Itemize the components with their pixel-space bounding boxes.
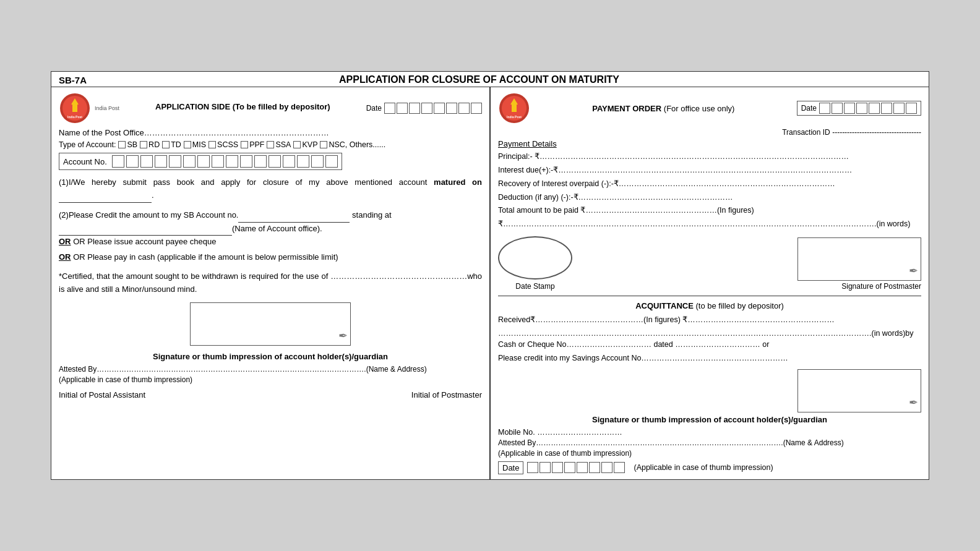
acc-cell-13[interactable] [283, 155, 295, 168]
svg-rect-3 [72, 105, 77, 112]
r-date-cell-y2[interactable] [881, 103, 892, 114]
acc-cell-14[interactable] [297, 155, 309, 168]
acc-cell-2[interactable] [126, 155, 139, 168]
initial-postmaster: Initial of Postmaster [411, 390, 482, 399]
certified-text: *Certified, that the amount sought to be… [59, 270, 482, 296]
payment-details-title: Payment Details [498, 139, 921, 148]
acc-cell-10[interactable] [240, 155, 252, 168]
acc-cell-1[interactable] [112, 155, 124, 168]
b-date-cell-d2[interactable] [539, 462, 551, 473]
date-cell-y3[interactable] [458, 103, 470, 114]
acc-cell-16[interactable] [325, 155, 338, 168]
payment-line-6: ₹………………………………………………………………………………………………………… [498, 218, 921, 230]
or-line-1: OR OR Please issue account payee cheque [59, 236, 482, 249]
svg-text:India Post: India Post [67, 115, 82, 119]
right-date-cells [819, 103, 917, 114]
left-date-box: Date [366, 103, 482, 114]
checkbox-scss[interactable]: SCSS [208, 140, 238, 149]
r-date-cell-d2[interactable] [832, 103, 843, 114]
payment-line-1: Principal:- ₹………………………………………………………………………… [498, 151, 921, 163]
payment-line-3: Recovery of Interest overpaid (-):-₹…………… [498, 178, 921, 190]
bottom-date-cells [527, 462, 625, 473]
right-panel: India Post PAYMENT ORDER (For office use… [491, 87, 929, 479]
type-account-row: Type of Account: SB RD TD MIS SCSS PPF S… [59, 140, 482, 149]
para1: (1)I/We hereby submit pass book and appl… [59, 176, 482, 203]
b-date-cell-y3[interactable] [601, 462, 612, 473]
acc-cell-5[interactable] [169, 155, 181, 168]
acquittance-sig-box[interactable]: ✒ [797, 369, 921, 412]
right-sig-box[interactable]: ✒ [797, 237, 921, 281]
payment-line-4: Deduction (if any) (-):-₹………………………………………… [498, 192, 921, 203]
india-post-logo-right: India Post [498, 92, 530, 124]
initial-postal: Initial of Postal Assistant [59, 390, 145, 399]
right-logo-row: India Post PAYMENT ORDER (For office use… [498, 92, 921, 124]
r-date-cell-m1[interactable] [844, 103, 855, 114]
date-cell-y2[interactable] [446, 103, 457, 114]
left-sig-label: Signature or thumb impression of account… [59, 352, 482, 361]
acc-cell-12[interactable] [269, 155, 281, 168]
b-date-cell-d1[interactable] [527, 462, 538, 473]
checkbox-nsc[interactable]: NSC, Others...... [320, 140, 385, 149]
date-stamp-oval [498, 236, 572, 280]
b-date-cell-y2[interactable] [589, 462, 600, 473]
right-sig-label: Signature or thumb impression of account… [498, 415, 921, 424]
r-date-cell-y1[interactable] [869, 103, 880, 114]
checkbox-mis[interactable]: MIS [184, 140, 206, 149]
checkbox-ppf[interactable]: PPF [241, 140, 264, 149]
checkbox-rd[interactable]: RD [140, 140, 160, 149]
date-cell-m1[interactable] [409, 103, 420, 114]
initials-row: Initial of Postal Assistant Initial of P… [59, 390, 482, 399]
acquittance-line-3: Please credit into my Savings Account No… [498, 352, 921, 364]
attested-by-right: Attested By……………………………………………………………………………… [498, 438, 921, 447]
date-cell-y4[interactable] [471, 103, 482, 114]
checkbox-td[interactable]: TD [162, 140, 181, 149]
acc-cell-9[interactable] [226, 155, 238, 168]
account-cells [112, 155, 338, 168]
left-signature-box[interactable]: ✒ [190, 302, 351, 346]
india-post-logo: India Post [59, 92, 91, 124]
date-label-bottom: Date [498, 461, 523, 474]
right-section-header: PAYMENT ORDER [592, 104, 661, 113]
date-cell-y1[interactable] [434, 103, 445, 114]
acc-cell-6[interactable] [183, 155, 196, 168]
applicable-note-left: (Applicable in case of thumb impression) [59, 375, 482, 384]
date-cell-d1[interactable] [384, 103, 395, 114]
form-id: SB-7A [59, 75, 87, 85]
acquittance-line-2: …………………………………………………………………………………………………………… [498, 328, 921, 351]
sig-postmaster-block: ✒ Signature of Postmaster [797, 237, 921, 291]
right-logo-block: India Post [498, 92, 530, 124]
acc-cell-4[interactable] [155, 155, 167, 168]
applicable-note-right: (Applicable in case of thumb impression) [498, 449, 921, 458]
form-title: APPLICATION FOR CLOSURE OF ACCOUNT ON MA… [87, 74, 872, 85]
acc-cell-8[interactable] [212, 155, 224, 168]
acc-cell-7[interactable] [197, 155, 210, 168]
r-date-cell-m2[interactable] [856, 103, 867, 114]
b-date-cell-y4[interactable] [614, 462, 625, 473]
account-no-row: Account No. [59, 153, 342, 170]
left-date-cells [384, 103, 482, 114]
sig-postmaster-label: Signature of Postmaster [841, 282, 921, 291]
date-stamp-label: Date Stamp [515, 282, 554, 291]
acc-cell-15[interactable] [311, 155, 324, 168]
stamp-sig-row: Date Stamp ✒ Signature of Postmaster [498, 236, 921, 291]
r-date-cell-y3[interactable] [893, 103, 905, 114]
para2: (2)Please Credit the amount to my SB Acc… [59, 209, 482, 264]
b-date-cell-m1[interactable] [552, 462, 563, 473]
right-date-box: Date [797, 101, 921, 116]
mobile-line: Mobile No. …………………………… [498, 428, 921, 437]
transaction-id-line: Transaction ID -------------------------… [498, 128, 921, 137]
left-logo-block: India Post India Post [59, 92, 119, 124]
pen-icon-right: ✒ [909, 264, 918, 278]
checkbox-sb[interactable]: SB [118, 140, 137, 149]
b-date-cell-m2[interactable] [564, 462, 575, 473]
acc-cell-11[interactable] [254, 155, 267, 168]
date-row-bottom: Date (Applicable in case of thumb impres… [498, 461, 921, 474]
acc-cell-3[interactable] [140, 155, 153, 168]
date-cell-d2[interactable] [397, 103, 408, 114]
r-date-cell-y4[interactable] [906, 103, 917, 114]
b-date-cell-y1[interactable] [577, 462, 588, 473]
date-cell-m2[interactable] [421, 103, 432, 114]
checkbox-ssa[interactable]: SSA [267, 140, 291, 149]
checkbox-kvp[interactable]: KVP [293, 140, 317, 149]
r-date-cell-d1[interactable] [819, 103, 830, 114]
